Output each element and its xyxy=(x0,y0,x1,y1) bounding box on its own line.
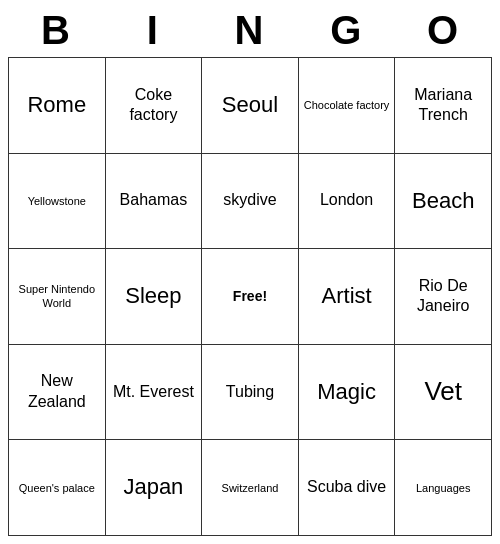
table-row: Rome xyxy=(9,58,106,154)
table-row: New Zealand xyxy=(9,344,106,440)
table-row: Coke factory xyxy=(105,58,202,154)
table-row: Magic xyxy=(298,344,395,440)
table-row: Chocolate factory xyxy=(298,58,395,154)
table-row: Languages xyxy=(395,440,492,536)
table-row: Switzerland xyxy=(202,440,299,536)
table-row: Yellowstone xyxy=(9,153,106,249)
table-row: Rio De Janeiro xyxy=(395,249,492,345)
table-row: Queen's palace xyxy=(9,440,106,536)
bingo-title: B I N G O xyxy=(8,8,492,53)
table-row: Free! xyxy=(202,249,299,345)
table-row: Japan xyxy=(105,440,202,536)
table-row: Mariana Trench xyxy=(395,58,492,154)
table-row: Beach xyxy=(395,153,492,249)
title-n: N xyxy=(202,8,299,53)
table-row: Super Nintendo World xyxy=(9,249,106,345)
title-i: I xyxy=(105,8,202,53)
bingo-grid: RomeCoke factorySeoulChocolate factoryMa… xyxy=(8,57,492,536)
title-b: B xyxy=(8,8,105,53)
table-row: London xyxy=(298,153,395,249)
table-row: Sleep xyxy=(105,249,202,345)
table-row: Tubing xyxy=(202,344,299,440)
table-row: Scuba dive xyxy=(298,440,395,536)
table-row: Artist xyxy=(298,249,395,345)
table-row: Bahamas xyxy=(105,153,202,249)
table-row: Seoul xyxy=(202,58,299,154)
table-row: Mt. Everest xyxy=(105,344,202,440)
title-g: G xyxy=(298,8,395,53)
table-row: Vet xyxy=(395,344,492,440)
table-row: skydive xyxy=(202,153,299,249)
title-o: O xyxy=(395,8,492,53)
